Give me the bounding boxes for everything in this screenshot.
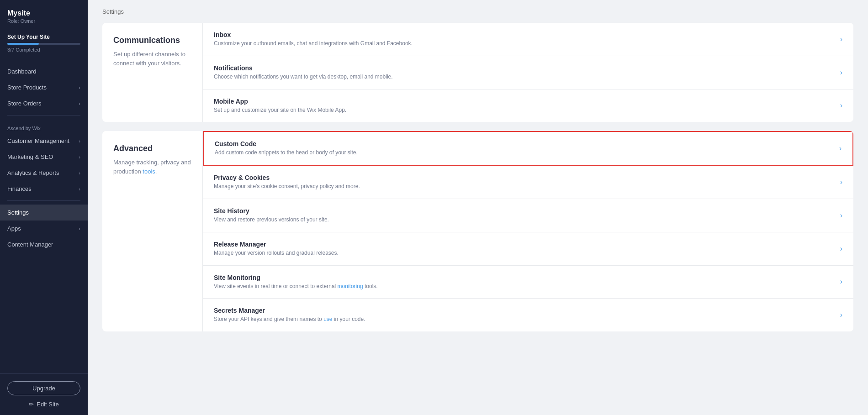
communications-card-left: Communications Set up different channels…	[102, 23, 203, 122]
advanced-card-left: Advanced Manage tracking, privacy and pr…	[102, 131, 203, 331]
progress-bar-bg	[7, 43, 80, 45]
sidebar-item-label: Analytics & Reports	[7, 169, 59, 176]
inbox-text: Inbox Customize your outbound emails, ch…	[214, 31, 413, 47]
sidebar: Mysite Role: Owner Set Up Your Site 3/7 …	[0, 0, 88, 415]
edit-site-label: Edit Site	[37, 401, 58, 408]
inbox-desc: Customize your outbound emails, chat and…	[214, 40, 413, 47]
chevron-right-icon: ›	[840, 68, 842, 77]
chevron-right-icon: ›	[79, 154, 80, 160]
mobile-app-text: Mobile App Set up and customize your sit…	[214, 98, 346, 114]
site-monitoring-item[interactable]: Site Monitoring View site events in real…	[203, 266, 853, 299]
sidebar-item-label: Store Orders	[7, 100, 41, 107]
nav-divider-2	[7, 200, 80, 201]
edit-site-link[interactable]: ✏ Edit Site	[7, 401, 80, 408]
privacy-cookies-title: Privacy & Cookies	[214, 174, 360, 181]
sidebar-item-store-products[interactable]: Store Products ›	[0, 79, 88, 95]
site-name: Mysite	[7, 9, 80, 17]
sidebar-item-customer-management[interactable]: Customer Management ›	[0, 133, 88, 149]
inbox-item[interactable]: Inbox Customize your outbound emails, ch…	[203, 23, 853, 56]
sidebar-item-label: Content Manager	[7, 241, 53, 248]
mobile-app-desc: Set up and customize your site on the Wi…	[214, 106, 346, 114]
sidebar-item-label: Dashboard	[7, 68, 37, 75]
communications-desc: Set up different channels to connect wit…	[113, 50, 191, 68]
page-header: Settings	[88, 0, 868, 19]
notifications-desc: Choose which notifications you want to g…	[214, 73, 393, 81]
sidebar-item-apps[interactable]: Apps ›	[0, 221, 88, 236]
advanced-desc: Manage tracking, privacy and production …	[113, 158, 191, 176]
chevron-right-icon: ›	[79, 101, 80, 106]
sidebar-item-store-orders[interactable]: Store Orders ›	[0, 95, 88, 111]
site-history-text: Site History View and restore previous v…	[214, 207, 329, 224]
chevron-right-icon: ›	[840, 35, 842, 43]
pencil-icon: ✏	[29, 401, 34, 408]
advanced-card-right: Custom Code Add custom code snippets to …	[203, 131, 853, 331]
release-manager-text: Release Manager Manage your version roll…	[214, 241, 339, 257]
notifications-text: Notifications Choose which notifications…	[214, 64, 393, 81]
notifications-title: Notifications	[214, 64, 393, 72]
custom-code-text: Custom Code Add custom code snippets to …	[215, 140, 358, 157]
custom-code-desc: Add custom code snippets to the head or …	[215, 149, 358, 157]
notifications-item[interactable]: Notifications Choose which notifications…	[203, 56, 853, 89]
mobile-app-item[interactable]: Mobile App Set up and customize your sit…	[203, 89, 853, 122]
custom-code-title: Custom Code	[215, 140, 358, 147]
sidebar-footer: Upgrade ✏ Edit Site	[0, 373, 88, 415]
privacy-cookies-desc: Manage your site's cookie consent, priva…	[214, 183, 360, 190]
main-content: Settings Communications Set up different…	[88, 0, 868, 415]
privacy-cookies-text: Privacy & Cookies Manage your site's coo…	[214, 174, 360, 190]
site-history-item[interactable]: Site History View and restore previous v…	[203, 199, 853, 232]
chevron-right-icon: ›	[79, 138, 80, 144]
communications-card: Communications Set up different channels…	[102, 23, 853, 122]
privacy-cookies-item[interactable]: Privacy & Cookies Manage your site's coo…	[203, 166, 853, 199]
advanced-title: Advanced	[113, 144, 191, 153]
sidebar-item-marketing-seo[interactable]: Marketing & SEO ›	[0, 149, 88, 165]
chevron-right-icon: ›	[79, 186, 80, 192]
nav-section-ascend: Ascend by Wix	[0, 119, 88, 133]
advanced-card: Advanced Manage tracking, privacy and pr…	[102, 131, 853, 331]
release-manager-title: Release Manager	[214, 241, 339, 248]
sidebar-item-content-manager[interactable]: Content Manager	[0, 236, 88, 252]
sidebar-header: Mysite Role: Owner	[0, 0, 88, 29]
page-breadcrumb: Settings	[102, 8, 124, 15]
custom-code-item[interactable]: Custom Code Add custom code snippets to …	[203, 131, 853, 166]
sidebar-nav: Dashboard Store Products › Store Orders …	[0, 60, 88, 373]
chevron-right-icon: ›	[840, 101, 842, 110]
site-monitoring-desc: View site events in real time or connect…	[214, 283, 378, 290]
communications-card-right: Inbox Customize your outbound emails, ch…	[203, 23, 853, 122]
chevron-right-icon: ›	[840, 278, 842, 286]
sidebar-item-settings[interactable]: Settings	[0, 205, 88, 221]
communications-title: Communications	[113, 36, 191, 45]
mobile-app-title: Mobile App	[214, 98, 346, 105]
inbox-title: Inbox	[214, 31, 413, 38]
upgrade-button[interactable]: Upgrade	[7, 381, 80, 395]
nav-divider	[7, 115, 80, 116]
sidebar-item-label: Finances	[7, 185, 32, 192]
secrets-manager-title: Secrets Manager	[214, 307, 365, 314]
sidebar-item-label: Settings	[7, 209, 29, 216]
site-monitoring-text: Site Monitoring View site events in real…	[214, 274, 378, 290]
chevron-right-icon: ›	[840, 245, 842, 253]
progress-bar-fill	[7, 43, 39, 45]
progress-text: 3/7 Completed	[7, 47, 80, 53]
sidebar-item-label: Customer Management	[7, 137, 69, 144]
chevron-right-icon: ›	[839, 144, 842, 152]
sidebar-item-label: Apps	[7, 225, 21, 232]
site-history-title: Site History	[214, 207, 329, 215]
chevron-right-icon: ›	[840, 178, 842, 186]
sidebar-item-dashboard[interactable]: Dashboard	[0, 63, 88, 79]
site-role: Role: Owner	[7, 18, 80, 24]
chevron-right-icon: ›	[79, 85, 80, 90]
sidebar-item-analytics-reports[interactable]: Analytics & Reports ›	[0, 165, 88, 181]
secrets-manager-desc: Store your API keys and give them names …	[214, 315, 365, 323]
setup-label: Set Up Your Site	[7, 34, 80, 40]
release-manager-desc: Manage your version rollouts and gradual…	[214, 249, 339, 257]
chevron-right-icon: ›	[79, 170, 80, 176]
sidebar-item-label: Store Products	[7, 84, 47, 91]
sidebar-item-finances[interactable]: Finances ›	[0, 181, 88, 197]
secrets-manager-item[interactable]: Secrets Manager Store your API keys and …	[203, 299, 853, 331]
content-area: Communications Set up different channels…	[88, 19, 868, 346]
chevron-right-icon: ›	[840, 211, 842, 220]
secrets-manager-text: Secrets Manager Store your API keys and …	[214, 307, 365, 323]
setup-section: Set Up Your Site 3/7 Completed	[0, 29, 88, 60]
release-manager-item[interactable]: Release Manager Manage your version roll…	[203, 232, 853, 266]
site-monitoring-title: Site Monitoring	[214, 274, 378, 281]
